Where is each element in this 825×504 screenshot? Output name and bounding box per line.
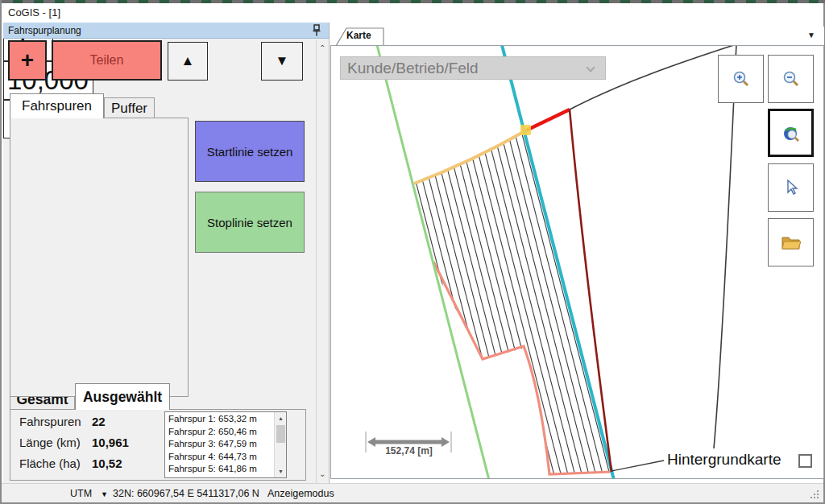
counter-down-button[interactable]: ▼ [261, 42, 303, 81]
tab-fahrspuren[interactable]: Fahrspuren [10, 93, 104, 118]
scroll-up-icon[interactable]: ⌃ [319, 43, 325, 52]
chevron-down-icon [586, 63, 595, 72]
track-listbox[interactable]: Fahrspur 1: 653,32 m Fahrspur 2: 650,46 … [164, 411, 287, 478]
stoplinie-label: Stoplinie setzen [207, 216, 292, 229]
fahrspuren-tabpage [10, 118, 189, 397]
teilen-label: Teilen [90, 53, 124, 68]
list-scrollbar[interactable]: ▲ ▼ [274, 412, 286, 477]
scroll-up-icon[interactable]: ▲ [275, 412, 287, 424]
list-item[interactable]: Fahrspur 5: 641,86 m [165, 463, 274, 476]
panel-scrollbar[interactable]: ⌃ ⌄ [316, 40, 329, 483]
field-select-combobox[interactable]: Kunde/Betrieb/Feld [340, 56, 606, 80]
map-tabstrip [330, 27, 824, 45]
add-track-label: + [21, 48, 34, 73]
utm-label[interactable]: UTM [70, 488, 92, 499]
startlinie-button[interactable]: Startlinie setzen [195, 121, 305, 182]
title-bar: CoGIS - [1] [2, 3, 823, 23]
zoom-out-button[interactable] [768, 55, 814, 103]
zoom-extent-button[interactable] [768, 109, 814, 157]
stat-value: 10,52 [92, 456, 122, 470]
panel-title: Fahrspurplanung [8, 25, 81, 36]
startlinie-label: Startlinie setzen [207, 145, 293, 159]
utm-dropdown-icon[interactable]: ▼ [101, 490, 108, 498]
tabstrip-dropdown-icon[interactable]: ▼ [807, 31, 815, 39]
folder-icon [781, 233, 802, 251]
scale-label: 152,74 [m] [371, 445, 447, 456]
fahrspurplanung-panel: Fahrspurplanung + Teilen ▲ 1 ▼ Fahrspure… [3, 23, 330, 483]
zoom-in-icon [732, 69, 751, 89]
stat-value: 22 [92, 415, 106, 428]
list-item[interactable]: Fahrspur 1: 653,32 m [165, 413, 274, 426]
down-arrow-icon: ▼ [276, 53, 289, 69]
list-item[interactable]: Fahrspur 2: 650,46 m [165, 426, 274, 439]
teilen-button[interactable]: Teilen [52, 40, 162, 81]
display-mode-label: Anzeigemodus [267, 488, 334, 499]
stat-value: 10,961 [92, 436, 129, 449]
stat-label: Fahrspuren [19, 415, 81, 428]
scroll-down-icon[interactable]: ⌄ [319, 469, 325, 478]
select-tool-button[interactable] [768, 163, 814, 212]
tab-karte[interactable]: Karte [346, 30, 371, 41]
stoplinie-button[interactable]: Stoplinie setzen [195, 192, 305, 253]
list-item[interactable]: Fahrspur 3: 647,59 m [165, 438, 274, 451]
coordinates-readout: 32N: 660967,54 E 5411317,06 N [113, 488, 259, 499]
scroll-down-icon[interactable]: ▼ [275, 465, 287, 477]
zoom-in-button[interactable] [718, 55, 764, 103]
background-map-checkbox[interactable] [798, 454, 812, 468]
list-item[interactable]: Fahrspur 4: 644,73 m [165, 451, 274, 464]
callout-line [611, 461, 664, 471]
add-track-button[interactable]: + [8, 40, 47, 81]
status-bar: UTM ▼ 32N: 660967,54 E 5411317,06 N Anze… [2, 483, 823, 502]
tab-ausgewaehlt[interactable]: Ausgewählt [75, 383, 170, 410]
up-arrow-icon: ▲ [181, 53, 195, 69]
tab-puffer[interactable]: Puffer [104, 97, 155, 118]
pin-icon[interactable] [311, 24, 322, 37]
field-select-value: Kunde/Betrieb/Feld [347, 60, 479, 77]
tab-ausgewaehlt-label: Ausgewählt [83, 389, 162, 406]
window-title: CoGIS - [1] [8, 6, 60, 19]
cursor-icon [782, 179, 800, 196]
stat-label: Länge (km) [19, 436, 81, 449]
map-drawing [331, 46, 823, 478]
panel-header: Fahrspurplanung [3, 23, 329, 39]
scroll-thumb[interactable] [276, 425, 285, 443]
tab-fahrspuren-label: Fahrspuren [22, 98, 92, 114]
resize-grip[interactable] [810, 490, 820, 500]
background-boundary-right [714, 46, 736, 448]
tab-puffer-label: Puffer [111, 101, 147, 117]
background-map-label: Hintergrundkarte [667, 451, 781, 469]
zoom-out-icon [781, 69, 801, 89]
stat-label: Fläche (ha) [19, 456, 81, 470]
start-line-red [526, 109, 570, 130]
app-window: CoGIS - [1] Fahrspurplanung + Teilen ▲ 1… [0, 0, 825, 504]
counter-up-button[interactable]: ▲ [168, 42, 208, 81]
start-marker [520, 125, 531, 135]
open-file-button[interactable] [768, 218, 814, 266]
globe-icon [781, 122, 802, 143]
